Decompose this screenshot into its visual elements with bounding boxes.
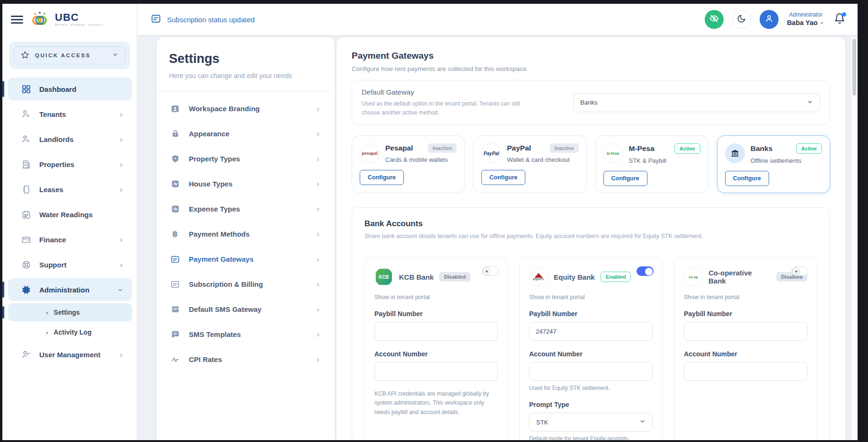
- theme-toggle-button[interactable]: [732, 10, 751, 29]
- settings-nav-label: Expense Types: [189, 205, 308, 213]
- quick-access: QUICK ACCESS: [9, 42, 130, 69]
- configure-button-m-pesa[interactable]: Configure: [603, 171, 647, 186]
- sidebar-subitem-activity-log[interactable]: › Activity Log: [8, 323, 132, 341]
- sidebar-item-water-readings[interactable]: Water Readings: [8, 203, 132, 226]
- kcb-bank-account-input[interactable]: [374, 362, 498, 381]
- bank-name: KCB Bank: [399, 273, 434, 281]
- chevron-right-icon: ›: [317, 255, 319, 264]
- equity-bank-account-input[interactable]: [529, 362, 653, 381]
- visibility-toggle-button[interactable]: [705, 10, 724, 29]
- sidebar-item-leases[interactable]: Leases ›: [8, 178, 132, 201]
- activity-square-icon: [170, 179, 180, 189]
- mpesa-logo: M-PESA: [603, 143, 623, 163]
- prompt-type-value: STK: [536, 419, 548, 426]
- show-in-portal-label: Show in tenant portal: [529, 294, 653, 301]
- chevron-right-icon: ›: [317, 104, 319, 114]
- settings-nav-item-property-types[interactable]: Property Types ›: [169, 146, 322, 171]
- status-message: Subscription status updated: [167, 16, 255, 24]
- notifications-button[interactable]: [834, 13, 845, 26]
- chevron-right-icon: ›: [120, 186, 123, 194]
- settings-nav-item-house-types[interactable]: House Types ›: [169, 171, 322, 196]
- chevron-right-icon: ›: [317, 204, 319, 214]
- sidebar-item-label: Dashboard: [39, 85, 123, 93]
- sidebar-item-finance[interactable]: Finance ›: [8, 228, 132, 251]
- sidebar-subitem-label: Settings: [53, 309, 80, 316]
- settings-nav-item-payment-methods[interactable]: ฿ Payment Methods ›: [169, 221, 322, 247]
- chevron-down-icon: [807, 98, 813, 107]
- settings-nav-item-appearance[interactable]: Appearance ›: [169, 121, 322, 146]
- kcb-bank-paybill-input[interactable]: [374, 322, 498, 341]
- people-icon: [21, 109, 31, 119]
- logo-rings-icon: [31, 11, 52, 27]
- gateway-description: Offline settlements: [751, 157, 822, 164]
- sidebar-item-label: Landlords: [39, 135, 112, 143]
- kcb-bank-enable-toggle[interactable]: [482, 266, 499, 276]
- co-operative-bank-account-input[interactable]: [684, 362, 807, 381]
- settings-nav-item-cpi-rates[interactable]: CPI Rates ›: [169, 347, 322, 372]
- settings-nav-item-sms-templates[interactable]: SMS Templates ›: [169, 322, 322, 347]
- gateway-card-header: pesapal Pesapal Inactive Cards & mobile …: [360, 143, 457, 163]
- settings-nav-label: CPI Rates: [189, 355, 308, 363]
- configure-button-pesapal[interactable]: Configure: [360, 170, 404, 185]
- settings-nav-item-payment-gateways[interactable]: Payment Gateways ›: [169, 247, 322, 272]
- default-gateway-select[interactable]: Banks: [573, 93, 820, 112]
- scrollbar-thumb[interactable]: [852, 39, 856, 96]
- gateway-description: Wallet & card checkout: [507, 156, 578, 163]
- scrollbar[interactable]: [850, 37, 858, 440]
- gateway-status-badge: Active: [674, 143, 700, 154]
- divider: [157, 91, 335, 91]
- sidebar-item-label: User Management: [39, 351, 112, 359]
- account-helper-text: Used for Equity STK settlement.: [529, 385, 653, 391]
- menu-toggle-icon[interactable]: [11, 14, 23, 26]
- settings-nav-item-subscription-billing[interactable]: Subscription & Billing ›: [169, 272, 322, 297]
- sidebar-item-label: Properties: [39, 160, 112, 168]
- default-gateway-description: Used as the default option in the tenant…: [362, 99, 527, 117]
- gateway-status-badge: Inactive: [428, 143, 457, 153]
- settings-nav-label: Payment Methods: [189, 230, 308, 238]
- co-operative-bank-enable-toggle[interactable]: [791, 266, 808, 276]
- quick-access-button[interactable]: QUICK ACCESS: [14, 46, 125, 64]
- sidebar-item-tenants[interactable]: Tenants ›: [8, 103, 132, 125]
- chevron-right-icon: ›: [317, 280, 319, 289]
- sidebar-item-administration[interactable]: Administration ›: [8, 278, 132, 301]
- user-menu[interactable]: Baba Yao ›: [787, 18, 823, 27]
- configure-button-banks[interactable]: Configure: [725, 171, 769, 186]
- chevron-right-icon: ›: [317, 129, 319, 139]
- chevron-right-icon: ›: [317, 355, 319, 364]
- inbox-icon: [170, 304, 180, 315]
- user-badge-icon: [170, 104, 180, 114]
- paybill-label: Paybill Number: [684, 310, 807, 318]
- chevron-right-icon: ›: [120, 351, 123, 359]
- gateway-name: M-Pesa: [629, 144, 655, 153]
- settings-nav-item-workspace-branding[interactable]: Workspace Branding ›: [169, 96, 322, 121]
- topbar: Subscription status updated: [137, 4, 858, 35]
- settings-nav-label: Payment Gateways: [189, 255, 308, 263]
- equity-bank-enable-toggle[interactable]: [637, 266, 654, 276]
- sidebar-subitem-settings[interactable]: › Settings: [8, 303, 132, 321]
- lock-icon: [170, 129, 180, 139]
- configure-button-paypal[interactable]: Configure: [481, 170, 525, 185]
- calendar-icon: [21, 209, 31, 220]
- sidebar-item-user-management[interactable]: User Management ›: [8, 343, 132, 366]
- settings-nav-item-default-sms-gateway[interactable]: Default SMS Gateway ›: [169, 297, 322, 322]
- user-name: Baba Yao: [787, 18, 818, 27]
- sidebar-item-landlords[interactable]: Landlords ›: [8, 128, 132, 150]
- building-icon: [21, 159, 31, 169]
- avatar[interactable]: [760, 10, 779, 29]
- gateway-status-badge: Inactive: [550, 143, 579, 153]
- app-window: UBC Attract. Engage. Convert QUICK ACCES…: [2, 4, 858, 440]
- sidebar-item-properties[interactable]: Properties ›: [8, 153, 132, 176]
- star-icon: [21, 51, 29, 61]
- sidebar-item-support[interactable]: Support ›: [8, 253, 132, 276]
- activity-square-icon: [170, 204, 180, 214]
- equity-bank-prompt-type-select[interactable]: STK: [529, 413, 653, 432]
- co-operative-bank-paybill-input[interactable]: [684, 322, 807, 341]
- gateway-card-header: Banks Active Offline settlements: [725, 143, 822, 164]
- settings-nav-item-expense-types[interactable]: Expense Types ›: [169, 196, 322, 221]
- gateway-card-paypal: PayPal PayPal Inactive Wallet & card che…: [473, 135, 586, 193]
- paybill-label: Paybill Number: [529, 310, 653, 318]
- sidebar-item-dashboard[interactable]: Dashboard: [8, 78, 132, 100]
- equity-bank-paybill-input[interactable]: [529, 322, 653, 341]
- chevron-right-icon: ›: [317, 230, 319, 239]
- chevron-down-icon: [639, 418, 646, 426]
